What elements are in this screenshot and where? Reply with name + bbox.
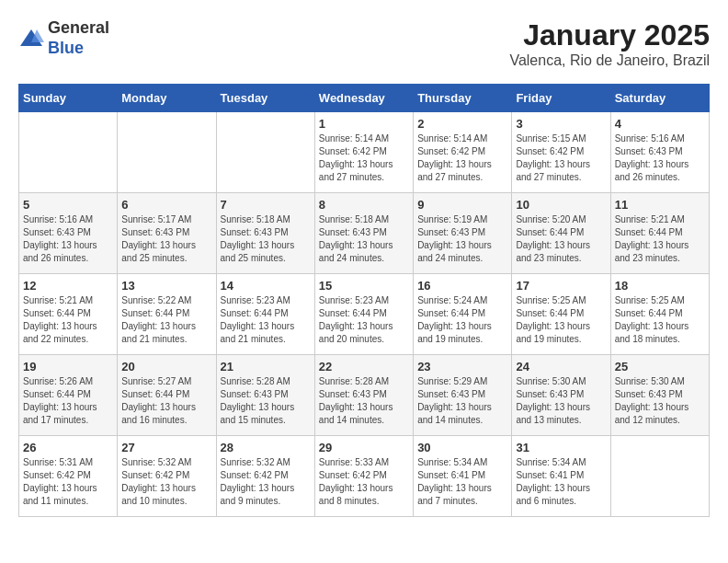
calendar-cell: 27Sunrise: 5:32 AM Sunset: 6:42 PM Dayli… <box>118 436 216 517</box>
day-info: Sunrise: 5:30 AM Sunset: 6:43 PM Dayligh… <box>516 375 606 427</box>
day-info: Sunrise: 5:24 AM Sunset: 6:44 PM Dayligh… <box>417 294 507 346</box>
calendar-cell: 29Sunrise: 5:33 AM Sunset: 6:42 PM Dayli… <box>314 436 413 517</box>
calendar-cell <box>19 112 118 193</box>
day-number: 22 <box>319 360 409 373</box>
weekday-header-saturday: Saturday <box>610 85 709 112</box>
day-info: Sunrise: 5:27 AM Sunset: 6:44 PM Dayligh… <box>121 375 211 427</box>
day-number: 14 <box>221 279 311 293</box>
calendar-body: 1Sunrise: 5:14 AM Sunset: 6:42 PM Daylig… <box>19 112 710 517</box>
day-number: 28 <box>221 441 311 454</box>
day-info: Sunrise: 5:25 AM Sunset: 6:44 PM Dayligh… <box>615 294 705 346</box>
day-number: 10 <box>516 198 606 212</box>
day-info: Sunrise: 5:34 AM Sunset: 6:41 PM Dayligh… <box>417 456 507 508</box>
logo-icon <box>18 28 44 50</box>
day-info: Sunrise: 5:29 AM Sunset: 6:43 PM Dayligh… <box>417 375 507 427</box>
day-number: 4 <box>615 117 705 131</box>
calendar-cell: 3Sunrise: 5:15 AM Sunset: 6:42 PM Daylig… <box>512 112 610 193</box>
calendar-cell: 15Sunrise: 5:23 AM Sunset: 6:44 PM Dayli… <box>314 274 413 355</box>
calendar-cell: 24Sunrise: 5:30 AM Sunset: 6:43 PM Dayli… <box>512 355 610 436</box>
calendar-cell: 10Sunrise: 5:20 AM Sunset: 6:44 PM Dayli… <box>512 193 610 274</box>
calendar-header: SundayMondayTuesdayWednesdayThursdayFrid… <box>19 85 710 112</box>
logo-general-text: General <box>48 18 109 39</box>
week-row-3: 12Sunrise: 5:21 AM Sunset: 6:44 PM Dayli… <box>19 274 710 355</box>
calendar-table: SundayMondayTuesdayWednesdayThursdayFrid… <box>18 84 710 517</box>
day-info: Sunrise: 5:14 AM Sunset: 6:42 PM Dayligh… <box>319 132 409 184</box>
day-number: 24 <box>516 360 606 373</box>
calendar-cell: 28Sunrise: 5:32 AM Sunset: 6:42 PM Dayli… <box>216 436 314 517</box>
calendar-cell: 6Sunrise: 5:17 AM Sunset: 6:43 PM Daylig… <box>118 193 216 274</box>
calendar-cell: 7Sunrise: 5:18 AM Sunset: 6:43 PM Daylig… <box>216 193 314 274</box>
day-info: Sunrise: 5:18 AM Sunset: 6:43 PM Dayligh… <box>221 213 311 265</box>
day-number: 27 <box>121 441 211 454</box>
week-row-2: 5Sunrise: 5:16 AM Sunset: 6:43 PM Daylig… <box>19 193 710 274</box>
day-number: 3 <box>516 117 606 131</box>
calendar-cell: 2Sunrise: 5:14 AM Sunset: 6:42 PM Daylig… <box>414 112 512 193</box>
day-number: 21 <box>221 360 311 373</box>
calendar-cell <box>118 112 216 193</box>
page-header: General Blue January 2025 Valenca, Rio d… <box>18 18 710 69</box>
day-info: Sunrise: 5:31 AM Sunset: 6:42 PM Dayligh… <box>23 456 113 508</box>
day-number: 2 <box>417 117 507 131</box>
day-number: 16 <box>417 279 507 293</box>
day-number: 12 <box>23 279 113 293</box>
calendar-cell: 18Sunrise: 5:25 AM Sunset: 6:44 PM Dayli… <box>610 274 709 355</box>
logo-blue-text: Blue <box>48 39 109 59</box>
day-number: 9 <box>417 198 507 212</box>
calendar-cell: 14Sunrise: 5:23 AM Sunset: 6:44 PM Dayli… <box>216 274 314 355</box>
calendar-cell: 9Sunrise: 5:19 AM Sunset: 6:43 PM Daylig… <box>414 193 512 274</box>
calendar-subtitle: Valenca, Rio de Janeiro, Brazil <box>509 52 710 69</box>
calendar-cell <box>610 436 709 517</box>
day-info: Sunrise: 5:16 AM Sunset: 6:43 PM Dayligh… <box>23 213 113 265</box>
day-number: 30 <box>417 441 507 454</box>
day-info: Sunrise: 5:17 AM Sunset: 6:43 PM Dayligh… <box>121 213 211 265</box>
day-info: Sunrise: 5:22 AM Sunset: 6:44 PM Dayligh… <box>121 294 211 346</box>
day-number: 5 <box>23 198 113 212</box>
day-number: 31 <box>516 441 606 454</box>
day-number: 6 <box>121 198 211 212</box>
day-info: Sunrise: 5:30 AM Sunset: 6:43 PM Dayligh… <box>615 375 705 427</box>
day-info: Sunrise: 5:28 AM Sunset: 6:43 PM Dayligh… <box>221 375 311 427</box>
calendar-title: January 2025 <box>509 18 710 52</box>
calendar-cell: 4Sunrise: 5:16 AM Sunset: 6:43 PM Daylig… <box>610 112 709 193</box>
day-number: 11 <box>615 198 705 212</box>
day-number: 26 <box>23 441 113 454</box>
calendar-cell: 31Sunrise: 5:34 AM Sunset: 6:41 PM Dayli… <box>512 436 610 517</box>
weekday-header-monday: Monday <box>118 85 216 112</box>
day-number: 19 <box>23 360 113 373</box>
day-info: Sunrise: 5:32 AM Sunset: 6:42 PM Dayligh… <box>121 456 211 508</box>
calendar-cell: 30Sunrise: 5:34 AM Sunset: 6:41 PM Dayli… <box>414 436 512 517</box>
day-info: Sunrise: 5:20 AM Sunset: 6:44 PM Dayligh… <box>516 213 606 265</box>
calendar-cell: 12Sunrise: 5:21 AM Sunset: 6:44 PM Dayli… <box>19 274 118 355</box>
day-number: 8 <box>319 198 409 212</box>
calendar-cell: 13Sunrise: 5:22 AM Sunset: 6:44 PM Dayli… <box>118 274 216 355</box>
day-number: 13 <box>121 279 211 293</box>
day-info: Sunrise: 5:32 AM Sunset: 6:42 PM Dayligh… <box>221 456 311 508</box>
calendar-cell: 20Sunrise: 5:27 AM Sunset: 6:44 PM Dayli… <box>118 355 216 436</box>
day-info: Sunrise: 5:19 AM Sunset: 6:43 PM Dayligh… <box>417 213 507 265</box>
day-number: 18 <box>615 279 705 293</box>
calendar-cell: 8Sunrise: 5:18 AM Sunset: 6:43 PM Daylig… <box>314 193 413 274</box>
calendar-cell: 16Sunrise: 5:24 AM Sunset: 6:44 PM Dayli… <box>414 274 512 355</box>
calendar-cell: 22Sunrise: 5:28 AM Sunset: 6:43 PM Dayli… <box>314 355 413 436</box>
day-number: 1 <box>319 117 409 131</box>
weekday-header-sunday: Sunday <box>19 85 118 112</box>
day-number: 23 <box>417 360 507 373</box>
weekday-header-tuesday: Tuesday <box>216 85 314 112</box>
day-number: 20 <box>121 360 211 373</box>
calendar-cell: 26Sunrise: 5:31 AM Sunset: 6:42 PM Dayli… <box>19 436 118 517</box>
day-number: 15 <box>319 279 409 293</box>
calendar-cell: 17Sunrise: 5:25 AM Sunset: 6:44 PM Dayli… <box>512 274 610 355</box>
calendar-cell: 1Sunrise: 5:14 AM Sunset: 6:42 PM Daylig… <box>314 112 413 193</box>
day-number: 17 <box>516 279 606 293</box>
day-number: 7 <box>221 198 311 212</box>
week-row-5: 26Sunrise: 5:31 AM Sunset: 6:42 PM Dayli… <box>19 436 710 517</box>
weekday-header-wednesday: Wednesday <box>314 85 413 112</box>
day-info: Sunrise: 5:18 AM Sunset: 6:43 PM Dayligh… <box>319 213 409 265</box>
week-row-1: 1Sunrise: 5:14 AM Sunset: 6:42 PM Daylig… <box>19 112 710 193</box>
day-info: Sunrise: 5:34 AM Sunset: 6:41 PM Dayligh… <box>516 456 606 508</box>
day-info: Sunrise: 5:21 AM Sunset: 6:44 PM Dayligh… <box>23 294 113 346</box>
calendar-cell: 11Sunrise: 5:21 AM Sunset: 6:44 PM Dayli… <box>610 193 709 274</box>
day-info: Sunrise: 5:15 AM Sunset: 6:42 PM Dayligh… <box>516 132 606 184</box>
calendar-cell: 21Sunrise: 5:28 AM Sunset: 6:43 PM Dayli… <box>216 355 314 436</box>
calendar-cell: 25Sunrise: 5:30 AM Sunset: 6:43 PM Dayli… <box>610 355 709 436</box>
